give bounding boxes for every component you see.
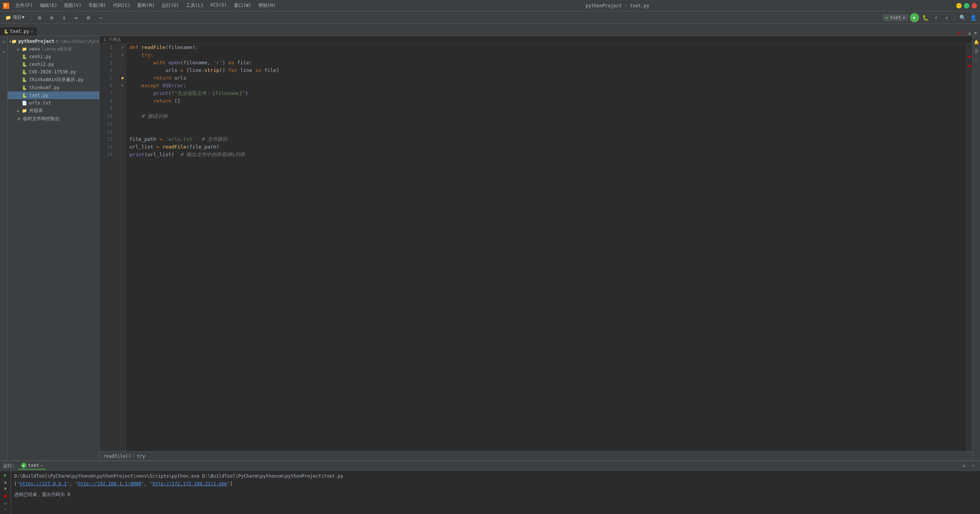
py-icon-thinkcmf: 🐍 — [21, 85, 28, 91]
menu-item[interactable]: 工具(L) — [183, 2, 207, 10]
link-2[interactable]: http://192.168.1.1:8080 — [78, 481, 141, 486]
external-label: 外部库 — [29, 108, 43, 114]
ln-11: 11 — [100, 120, 116, 128]
folder-icon: 📁 — [5, 15, 11, 20]
ln-8: 8 — [100, 97, 116, 105]
profile-button[interactable]: ⚡ — [942, 13, 951, 22]
ln-7: 7 — [100, 90, 116, 97]
console-command: D:\BuildTool\PyCharm\pythonxm\pythonProj… — [14, 472, 977, 480]
console-output: D:\BuildTool\PyCharm\pythonxm\pythonProj… — [11, 471, 980, 514]
menu-item[interactable]: 文件(F) — [12, 2, 36, 10]
filter-icon[interactable]: ⚡ — [2, 507, 9, 512]
ceshi-label: ceshi.py — [29, 54, 51, 59]
ln-6: 6 — [100, 82, 116, 90]
title-bar-left: P 文件(F)编辑(E)视图(V)导航(N)代码(C)重构(R)运行(U)工具(… — [3, 2, 279, 10]
maximize-button[interactable]: □ — [964, 3, 969, 8]
ln-13: 13 — [100, 135, 116, 143]
tree-item-thinkadmin[interactable]: 🐍 thinkadmin目录遍历.py — [8, 76, 99, 84]
main-content: ≡ ★ ▼ 📁 pythonProject D:\BuildTool\PyCha… — [0, 36, 980, 460]
structure-icon[interactable]: ≡ — [0, 38, 8, 46]
menu-item[interactable]: 代码(C) — [110, 2, 134, 10]
bookmark-icon[interactable]: ★ — [0, 47, 8, 55]
menu-item[interactable]: 运行(U) — [158, 2, 182, 10]
tree-item-thinkcmf[interactable]: 🐍 thinkcmf.py — [8, 84, 99, 91]
stop-icon[interactable]: ■ — [2, 493, 9, 499]
run-tab-close[interactable]: × — [41, 463, 43, 468]
gutter-8 — [119, 97, 126, 105]
git-icon[interactable]: ⑂ — [973, 57, 980, 64]
file-tab-txet[interactable]: 🐍 txet.py × — [0, 27, 37, 36]
gutter-2[interactable]: ▼ — [119, 51, 126, 59]
cve-label: CVE-2020-17530.py — [29, 69, 76, 75]
menu-item[interactable]: 帮助(H) — [255, 2, 279, 10]
close-tab-icon[interactable]: × — [31, 29, 33, 34]
debug-button[interactable]: 🐛 — [921, 13, 930, 22]
collapse-all-icon[interactable]: ↕ — [59, 12, 69, 23]
panel-right-controls: ⚙ × — [960, 462, 977, 470]
tree-item-temp[interactable]: 🖥 临时文件和控制台 — [8, 115, 99, 123]
run-config-selector[interactable]: ▶ txet ▾ — [883, 14, 908, 21]
menu-item[interactable]: 编辑(E) — [37, 2, 60, 10]
tree-item-venv[interactable]: ▶ 📁 venv library根目录 — [8, 45, 99, 53]
menu-item[interactable]: 重构(R) — [134, 2, 158, 10]
tree-item-external[interactable]: ▶ 📁 外部库 — [8, 107, 99, 115]
ln-10: 10 — [100, 113, 116, 120]
tree-item-txet[interactable]: 🐍 txet.py — [8, 91, 99, 99]
minimize-panel-icon[interactable]: — — [95, 12, 106, 23]
chevron-down-icon[interactable]: ▼ — [974, 30, 977, 36]
settings-icon[interactable]: ⚙ — [34, 12, 45, 23]
breadcrumb-try[interactable]: try — [137, 454, 145, 459]
tree-item-urls[interactable]: 📄 urls.txt — [8, 99, 99, 107]
gutter-13 — [119, 135, 126, 143]
config-icon[interactable]: ⚙ — [83, 12, 94, 23]
settings-panel-icon[interactable]: ⚙ — [960, 462, 968, 470]
scroll-up-icon[interactable]: ▲ — [2, 479, 9, 485]
tree-arrow-venv: ▶ — [15, 46, 21, 52]
menu-item[interactable]: 视图(V) — [61, 2, 85, 10]
link-3[interactable]: http://172.172.189.22/1.php — [152, 481, 227, 486]
gutter-1[interactable]: ▼ — [119, 44, 126, 51]
chevron-up-icon[interactable]: ▲ — [969, 30, 971, 36]
code-editor[interactable]: 1 2 3 4 5 6 7 8 9 10 11 12 13 14 15 ▼ ▼ — [100, 44, 972, 451]
chevron-down-icon: ▾ — [903, 15, 905, 20]
output-suffix: '] — [227, 481, 232, 486]
minimize-button[interactable]: ─ — [956, 3, 962, 8]
run-tab[interactable]: ▶ txet × — [18, 462, 46, 470]
user-icon[interactable]: 👤 — [969, 13, 978, 22]
close-panel-icon[interactable]: × — [969, 462, 977, 470]
code-content[interactable]: def readFile(filename): try: with open(f… — [126, 44, 966, 451]
usage-hint: 1 个用法 — [100, 36, 972, 44]
coverage-button[interactable]: ⚡ — [931, 13, 941, 22]
svg-text:P: P — [4, 4, 7, 8]
gutter-4 — [119, 67, 126, 74]
gutter-6[interactable]: ▼ — [119, 82, 126, 90]
window-controls: ─ □ × — [956, 3, 977, 8]
database-icon[interactable]: 🗄 — [973, 47, 980, 55]
code-line-13: file_path = 'urls.txt' # 文件路径 — [129, 135, 966, 143]
run-button[interactable]: ▶ — [910, 13, 919, 22]
project-selector[interactable]: 📁 项目▼ — [2, 13, 28, 21]
expand-icon[interactable]: ↔ — [71, 12, 82, 23]
tree-item-cve[interactable]: 🐍 CVE-2020-17530.py — [8, 68, 99, 76]
tree-root[interactable]: ▼ 📁 pythonProject D:\BuildTool\PyChar — [8, 38, 99, 45]
menu-item[interactable]: 窗口(W) — [231, 2, 255, 10]
scroll-down-icon[interactable]: ▼ — [2, 486, 9, 491]
search-button[interactable]: 🔍 — [958, 13, 967, 22]
file-tab-label: txet.py — [10, 29, 29, 34]
exit-message: 进程已结束，退出代码为 0 — [14, 492, 70, 497]
run-green-icon[interactable]: ▶ — [2, 472, 9, 478]
editor-area: 1 个用法 1 2 3 4 5 6 7 8 9 10 11 12 13 14 1… — [100, 36, 972, 460]
menu-item[interactable]: 导航(N) — [85, 2, 109, 10]
wrap-icon[interactable]: ↵ — [2, 500, 9, 506]
list-icon[interactable]: ≡ — [46, 12, 57, 23]
menu-item[interactable]: VCS(S) — [207, 2, 230, 10]
breadcrumb-fn[interactable]: readFile() — [103, 454, 131, 459]
link-1[interactable]: https://127.0.0.1 — [20, 481, 67, 486]
error-count: ▲ 2 — [957, 30, 965, 36]
notifications-icon[interactable]: 🔔 — [973, 38, 980, 46]
close-button[interactable]: × — [972, 3, 977, 8]
tree-arrow-external: ▶ — [15, 108, 21, 114]
tree-item-ceshi2[interactable]: 🐍 ceshi2.py — [8, 60, 99, 68]
sidebar: ▼ 📁 pythonProject D:\BuildTool\PyChar ▶ … — [8, 36, 100, 460]
tree-item-ceshi[interactable]: 🐍 ceshi.py — [8, 53, 99, 60]
